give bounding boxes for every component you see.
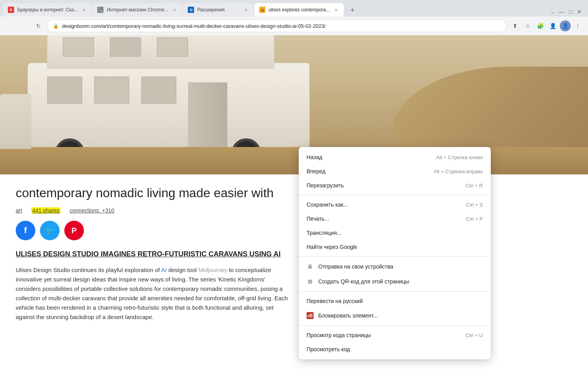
security-lock-icon: 🔒	[53, 23, 59, 29]
profile-avatar[interactable]: 👤	[560, 20, 571, 31]
tab-ulises[interactable]: u ulises explores contempora... ✕	[254, 3, 344, 16]
article-meta: art 441 shares connections: +310	[16, 207, 290, 214]
tab-label-browsers: Браузеры и интернет. Ска...	[17, 7, 78, 13]
bookmark-icon[interactable]: ☆	[522, 20, 533, 31]
ctx-send-devices[interactable]: 🖥 Отправка на свои устройства	[299, 259, 491, 274]
ctx-print[interactable]: Печать... Ctrl + P	[299, 212, 491, 226]
browser-window: Б Браузеры и интернет. Ска... ✕ 🔧 Интерн…	[0, 0, 588, 392]
maximize-button[interactable]: □	[569, 9, 572, 15]
ctx-inspect-label: Просмотреть код	[307, 346, 478, 352]
ctx-send-label: Отправка на свои устройства	[318, 263, 478, 270]
ctx-save-label: Сохранить как...	[307, 201, 461, 208]
tab-bar: Б Браузеры и интернет. Ска... ✕ 🔧 Интерн…	[0, 0, 588, 16]
hero-image	[0, 35, 588, 174]
ctx-reload[interactable]: Перезагрузить Ctrl + R	[299, 178, 491, 192]
url-bar[interactable]: 🔒 designboom.com/art/contemporary-nomadi…	[47, 20, 506, 32]
tab-label-ext: Расширения	[197, 7, 240, 13]
article-title: contemporary nomadic living made easier …	[16, 185, 290, 200]
ctx-qr-code[interactable]: ⊞ Создать QR-код для этой страницы	[299, 274, 491, 289]
window-close-button[interactable]: ✕	[577, 9, 582, 15]
ctx-divider-4	[299, 325, 491, 326]
pinterest-share-button[interactable]: P	[64, 221, 84, 240]
ctx-find[interactable]: Найти через Google	[299, 240, 491, 254]
address-bar: ← → ↻ 🔒 designboom.com/art/contemporary-…	[0, 16, 588, 35]
tab-chrome-store[interactable]: 🔧 Интернет-магазин Chrome... ✕	[93, 3, 182, 16]
ctx-qr-label: Создать QR-код для этой страницы	[318, 278, 478, 285]
ublock-icon: uB	[307, 312, 314, 319]
minimize-button[interactable]: —	[559, 9, 564, 15]
qr-code-icon: ⊞	[307, 278, 314, 285]
ctx-save-shortcut: Ctrl + S	[466, 202, 483, 208]
ctx-reload-shortcut: Ctrl + R	[466, 183, 483, 189]
ctx-reload-label: Перезагрузить	[307, 182, 461, 189]
ctx-view-source[interactable]: Просмотр кода страницы Ctrl + U	[299, 328, 491, 342]
page-content: contemporary nomadic living made easier …	[0, 35, 588, 392]
ctx-inspect[interactable]: Просмотреть код	[299, 342, 491, 356]
category-link[interactable]: art	[16, 207, 22, 214]
forward-button[interactable]: →	[19, 20, 30, 31]
url-text: designboom.com/art/contemporary-nomadic-…	[62, 23, 501, 29]
social-buttons: f 🐦 P	[16, 221, 290, 240]
twitter-share-button[interactable]: 🐦	[40, 221, 60, 240]
tab-close-ulises[interactable]: ✕	[333, 7, 339, 13]
tab-close-browsers[interactable]: ✕	[81, 7, 87, 13]
midjourney-link[interactable]: Midjourney	[198, 267, 227, 273]
article-body-text: Ulises Design Studio continues its playf…	[16, 265, 290, 322]
ctx-translate[interactable]: Перевести на русский	[299, 294, 491, 308]
ctx-divider-1	[299, 195, 491, 195]
shares-link[interactable]: 441 shares	[31, 207, 60, 214]
chevron-down-icon: ⌄	[550, 9, 554, 15]
ctx-ublock-label: Блокировать элемент...	[318, 312, 478, 319]
ctx-print-shortcut: Ctrl + P	[466, 216, 483, 222]
ctx-print-label: Печать...	[307, 216, 461, 222]
tab-label-chrome: Интернет-магазин Chrome...	[107, 7, 168, 13]
ctx-forward-label: Вперед	[307, 168, 429, 174]
new-tab-button[interactable]: +	[346, 4, 359, 16]
tab-browsers[interactable]: Б Браузеры и интернет. Ска... ✕	[3, 3, 92, 16]
extensions-icon[interactable]: 🧩	[535, 20, 546, 31]
share-icon[interactable]: ⬆	[510, 20, 521, 31]
article-heading: ULISES DESIGN STUDIO IMAGINES RETRO-FUTU…	[16, 250, 290, 259]
ctx-view-source-label: Просмотр кода страницы	[307, 332, 461, 338]
tab-close-ext[interactable]: ✕	[243, 7, 249, 13]
ctx-ublock[interactable]: uB Блокировать элемент...	[299, 308, 491, 323]
context-menu: Назад Alt + Стрелка влево Вперед Alt + С…	[299, 147, 491, 359]
refresh-button[interactable]: ↻	[33, 20, 44, 31]
facebook-share-button[interactable]: f	[16, 221, 35, 240]
ctx-save-as[interactable]: Сохранить как... Ctrl + S	[299, 198, 491, 212]
tab-favicon-ext: ⚙	[188, 7, 194, 13]
tab-favicon-browsers: Б	[8, 7, 14, 13]
tab-favicon-ulises: u	[259, 7, 265, 13]
ctx-back-shortcut: Alt + Стрелка влево	[436, 154, 483, 160]
twitter-icon: 🐦	[45, 226, 54, 235]
facebook-icon: f	[24, 225, 27, 236]
ctx-forward-shortcut: Alt + Стрелка вправо	[434, 169, 483, 174]
ctx-back-label: Назад	[307, 154, 432, 160]
ctx-view-source-shortcut: Ctrl + U	[466, 332, 483, 338]
tab-favicon-chrome: 🔧	[97, 7, 103, 13]
back-button[interactable]: ←	[5, 20, 16, 31]
tab-label-ulises: ulises explores contempora...	[269, 7, 330, 13]
article-body: contemporary nomadic living made easier …	[0, 174, 306, 333]
ctx-divider-2	[299, 256, 491, 257]
menu-icon[interactable]: ⋮	[572, 20, 583, 31]
ctx-cast[interactable]: Трансляция...	[299, 226, 491, 240]
toolbar-icons: ⬆ ☆ 🧩 👤 👤 ⋮	[510, 20, 583, 31]
ctx-divider-3	[299, 291, 491, 292]
connections-link[interactable]: connections: +310	[70, 207, 114, 214]
tab-close-chrome[interactable]: ✕	[171, 7, 178, 13]
tab-extensions[interactable]: ⚙ Расширения ✕	[183, 3, 254, 16]
ctx-back[interactable]: Назад Alt + Стрелка влево	[299, 150, 491, 164]
ai-link[interactable]: AI	[161, 267, 167, 273]
person-icon[interactable]: 👤	[547, 20, 558, 31]
ctx-translate-label: Перевести на русский	[307, 298, 478, 304]
send-devices-icon: 🖥	[307, 263, 314, 270]
ctx-cast-label: Трансляция...	[307, 230, 478, 236]
window-controls: ⌄ — □ ✕	[550, 9, 585, 16]
pinterest-icon: P	[71, 226, 76, 235]
ctx-find-label: Найти через Google	[307, 244, 478, 250]
ctx-forward[interactable]: Вперед Alt + Стрелка вправо	[299, 164, 491, 178]
